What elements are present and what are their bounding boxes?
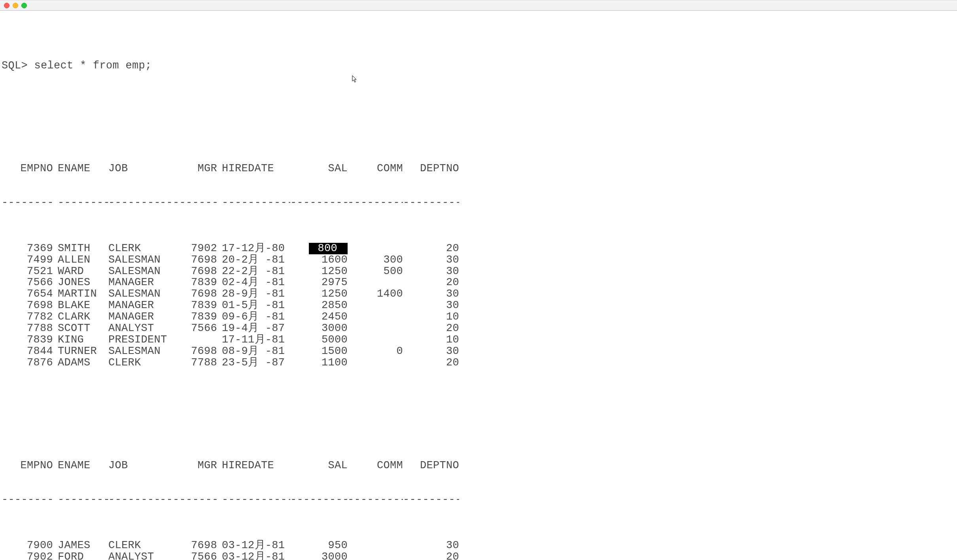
cell-sal: 950 [290, 540, 348, 551]
cell-job: CLERK [108, 357, 160, 369]
col-header-hiredate: HIREDATE [217, 460, 290, 471]
cell-job: ANALYST [108, 551, 160, 560]
cell-empno: 7902 [2, 551, 53, 560]
col-header-job: JOB [108, 163, 160, 174]
cell-ename: WARD [53, 266, 108, 277]
cell-sal: 2450 [290, 311, 348, 323]
close-icon[interactable] [4, 3, 9, 8]
cell-ename: BLAKE [53, 300, 108, 311]
cell-deptno: 20 [403, 277, 459, 288]
cell-hiredate: 22-2月 -81 [217, 266, 290, 277]
cell-mgr: 7698 [160, 254, 217, 266]
cell-mgr: 7698 [160, 266, 217, 277]
cell-deptno: 30 [403, 540, 459, 551]
table-header-row: EMPNO ENAME JOB MGR HIREDATE SAL COMM DE… [2, 163, 955, 174]
table-header-row: EMPNO ENAME JOB MGR HIREDATE SAL COMM DE… [2, 460, 955, 471]
cell-job: SALESMAN [108, 266, 160, 277]
cell-deptno: 20 [403, 551, 459, 560]
cell-empno: 7788 [2, 323, 53, 334]
cell-ename: SCOTT [53, 323, 108, 334]
cell-empno: 7698 [2, 300, 53, 311]
cell-comm [348, 311, 403, 323]
cell-job: SALESMAN [108, 288, 160, 300]
cell-hiredate: 01-5月 -81 [217, 300, 290, 311]
cell-sal: 1250 [290, 266, 348, 277]
cell-hiredate: 03-12月-81 [217, 540, 290, 551]
table-row: 7499ALLENSALESMAN769820-2月 -81160030030 [2, 254, 955, 266]
cell-comm: 1400 [348, 288, 403, 300]
cell-hiredate: 23-5月 -87 [217, 357, 290, 369]
cell-job: MANAGER [108, 277, 160, 288]
cell-job: MANAGER [108, 300, 160, 311]
cell-sal: 1600 [290, 254, 348, 266]
cell-ename: JAMES [53, 540, 108, 551]
cell-mgr: 7839 [160, 277, 217, 288]
col-header-ename: ENAME [53, 460, 108, 471]
window-titlebar [0, 0, 957, 11]
table-row: 7698BLAKEMANAGER783901-5月 -81285030 [2, 300, 955, 311]
cell-job: PRESIDENT [108, 334, 160, 346]
cell-hiredate: 08-9月 -81 [217, 346, 290, 357]
col-header-mgr: MGR [160, 460, 217, 471]
cell-mgr: 7839 [160, 311, 217, 323]
cell-empno: 7521 [2, 266, 53, 277]
cell-job: ANALYST [108, 323, 160, 334]
col-header-mgr: MGR [160, 163, 217, 174]
cell-mgr: 7698 [160, 346, 217, 357]
table-row: 7521WARDSALESMAN769822-2月 -81125050030 [2, 266, 955, 277]
cell-mgr: 7839 [160, 300, 217, 311]
table-row: 7782CLARKMANAGER783909-6月 -81245010 [2, 311, 955, 323]
cell-comm [348, 300, 403, 311]
col-header-deptno: DEPTNO [403, 460, 459, 471]
cell-hiredate: 17-12月-80 [217, 243, 290, 254]
cell-sal: 5000 [290, 334, 348, 346]
cell-ename: TURNER [53, 346, 108, 357]
cell-hiredate: 03-12月-81 [217, 551, 290, 560]
table-row: 7654MARTINSALESMAN769828-9月 -81125014003… [2, 288, 955, 300]
cell-ename: ALLEN [53, 254, 108, 266]
col-header-sal: SAL [290, 163, 348, 174]
col-header-deptno: DEPTNO [403, 163, 459, 174]
cell-mgr: 7902 [160, 243, 217, 254]
cell-sal: 1100 [290, 357, 348, 369]
cell-sal: 2850 [290, 300, 348, 311]
cell-deptno: 30 [403, 346, 459, 357]
cell-deptno: 20 [403, 357, 459, 369]
terminal-output[interactable]: SQL> select * from emp; EMPNO ENAME JOB … [0, 11, 957, 560]
cell-job: MANAGER [108, 311, 160, 323]
cell-job: CLERK [108, 243, 160, 254]
maximize-icon[interactable] [21, 3, 27, 8]
cell-sal: 3000 [290, 323, 348, 334]
cell-comm: 500 [348, 266, 403, 277]
cell-empno: 7844 [2, 346, 53, 357]
cell-hiredate: 02-4月 -81 [217, 277, 290, 288]
cell-mgr: 7698 [160, 288, 217, 300]
sql-prompt-line: SQL> select * from emp; [2, 60, 955, 72]
col-header-comm: COMM [348, 163, 403, 174]
table-row: 7844TURNERSALESMAN769808-9月 -811500030 [2, 346, 955, 357]
cell-deptno: 30 [403, 288, 459, 300]
col-header-ename: ENAME [53, 163, 108, 174]
cell-ename: ADAMS [53, 357, 108, 369]
cell-empno: 7839 [2, 334, 53, 346]
cell-ename: SMITH [53, 243, 108, 254]
cell-mgr: 7566 [160, 323, 217, 334]
cell-sal: 1250 [290, 288, 348, 300]
cell-empno: 7369 [2, 243, 53, 254]
cell-ename: FORD [53, 551, 108, 560]
col-header-hiredate: HIREDATE [217, 163, 290, 174]
col-header-job: JOB [108, 460, 160, 471]
cell-comm: 300 [348, 254, 403, 266]
col-header-empno: EMPNO [2, 163, 53, 174]
cell-empno: 7566 [2, 277, 53, 288]
minimize-icon[interactable] [13, 3, 18, 8]
cell-hiredate: 19-4月 -87 [217, 323, 290, 334]
highlighted-sal[interactable]: 800 [309, 243, 348, 254]
col-header-comm: COMM [348, 460, 403, 471]
cell-deptno: 30 [403, 300, 459, 311]
table-separator-row: ---------- ---------- --------- --------… [2, 494, 955, 505]
cell-comm [348, 334, 403, 346]
cell-job: SALESMAN [108, 346, 160, 357]
cell-job: SALESMAN [108, 254, 160, 266]
cell-deptno: 10 [403, 334, 459, 346]
